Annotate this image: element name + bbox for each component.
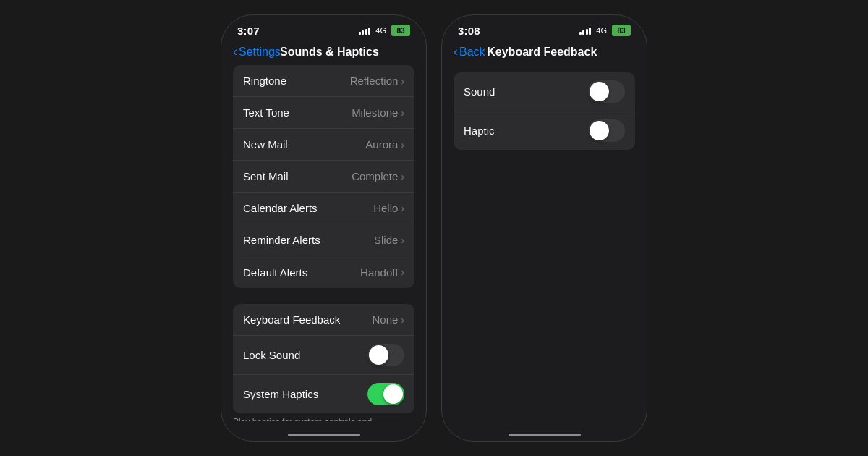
default-alerts-row[interactable]: Default Alerts Handoff › [233,256,414,288]
signal-text-1: 4G [375,26,386,35]
reminder-alerts-label: Reminder Alerts [243,234,374,246]
system-haptics-note: Play haptics for system controls and int… [221,413,426,421]
haptic-label: Haptic [464,124,588,137]
signal-bar-3 [365,29,367,35]
keyboard-feedback-label: Keyboard Feedback [243,313,372,326]
reminder-alerts-chevron: › [401,235,404,246]
nav-bar-1: ‹ Settings Sounds & Haptics [221,41,426,65]
sound-toggle[interactable] [588,80,625,103]
system-haptics-label: System Haptics [243,388,367,400]
phone-sounds-haptics: 3:07 4G 83 ‹ Settings Sounds & Haptics [221,14,427,442]
signal-bar-7 [586,29,588,35]
ringtone-chevron: › [401,75,404,87]
text-tone-chevron: › [401,107,404,119]
lock-sound-row[interactable]: Lock Sound [233,336,414,375]
signal-bar-5 [579,32,582,35]
ringtone-row[interactable]: Ringtone Reflection › [233,65,414,97]
signal-bar-1 [359,32,361,35]
nav-bar-2: ‹ Back Keyboard Feedback [442,41,647,65]
home-bar-1 [288,434,360,436]
ringtone-value: Reflection [350,75,399,87]
sent-mail-label: Sent Mail [243,170,352,182]
status-icons-1: 4G 83 [359,25,410,36]
status-bar-1: 3:07 4G 83 [221,15,426,41]
keyboard-feedback-options-list: Sound Haptic [454,72,635,150]
text-tone-label: Text Tone [243,106,352,119]
keyboard-feedback-chevron: › [401,314,404,326]
sound-knob [590,82,609,101]
default-alerts-value: Handoff [360,266,398,279]
new-mail-value: Aurora [365,138,398,151]
reminder-alerts-value: Slide [374,234,398,246]
signal-bar-4 [368,28,370,35]
system-haptics-knob [383,384,403,404]
haptic-row[interactable]: Haptic [454,111,635,150]
default-alerts-label: Default Alerts [243,266,360,279]
lock-sound-label: Lock Sound [243,349,367,361]
calendar-alerts-value: Hello [373,202,398,214]
haptic-toggle[interactable] [588,119,625,142]
sent-mail-value: Complete [352,170,398,182]
signal-bars-2 [579,27,592,35]
text-tone-value: Milestone [352,106,398,119]
signal-text-2: 4G [596,26,607,35]
text-tone-row[interactable]: Text Tone Milestone › [233,97,414,129]
ringtone-label: Ringtone [243,75,350,87]
lock-sound-toggle[interactable] [367,344,404,366]
nav-title-1: Sounds & Haptics [244,46,414,59]
content-2: Sound Haptic [442,65,647,421]
home-indicator-1 [221,421,426,441]
signal-bars-1 [359,27,371,35]
battery-icon-1: 83 [391,25,410,36]
sound-row[interactable]: Sound [454,72,635,111]
status-icons-2: 4G 83 [579,25,631,36]
phones-container: 3:07 4G 83 ‹ Settings Sounds & Haptics [221,14,647,442]
calendar-alerts-row[interactable]: Calendar Alerts Hello › [233,193,414,224]
battery-icon-2: 83 [612,25,631,36]
sent-mail-row[interactable]: Sent Mail Complete › [233,161,414,193]
status-bar-2: 3:08 4G 83 [442,15,647,41]
status-time-1: 3:07 [237,25,260,37]
new-mail-label: New Mail [243,138,365,151]
signal-bar-8 [589,28,591,35]
new-mail-row[interactable]: New Mail Aurora › [233,129,414,161]
feedback-list: Keyboard Feedback None › Lock Sound Syst… [233,304,414,413]
reminder-alerts-row[interactable]: Reminder Alerts Slide › [233,224,414,256]
system-haptics-row[interactable]: System Haptics [233,375,414,413]
calendar-alerts-chevron: › [401,203,404,214]
signal-bar-6 [582,30,584,35]
default-alerts-chevron: › [401,266,404,278]
keyboard-feedback-value: None [372,313,398,326]
section-gap-1 [221,288,426,304]
keyboard-feedback-row[interactable]: Keyboard Feedback None › [233,304,414,336]
sent-mail-chevron: › [401,171,404,182]
status-time-2: 3:08 [458,25,480,37]
home-indicator-2 [442,421,647,441]
alert-sounds-list: Ringtone Reflection › Text Tone Mileston… [233,65,414,288]
system-haptics-toggle[interactable] [367,383,404,405]
back-chevron-1: ‹ [233,44,237,59]
home-bar-2 [509,434,581,436]
content-1: Ringtone Reflection › Text Tone Mileston… [221,65,426,421]
haptic-knob [590,121,609,140]
phone-keyboard-feedback: 3:08 4G 83 ‹ Back Keyboard Feedback [441,14,647,442]
signal-bar-2 [362,30,364,35]
nav-title-2: Keyboard Feedback [449,46,635,59]
new-mail-chevron: › [401,139,404,151]
sound-label: Sound [464,85,588,98]
calendar-alerts-label: Calendar Alerts [243,202,373,214]
lock-sound-knob [369,345,388,365]
